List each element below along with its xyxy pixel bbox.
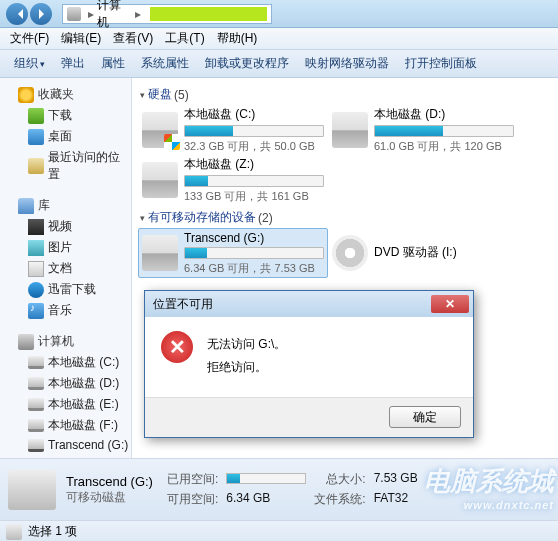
drive-icon xyxy=(142,162,178,198)
drive-z[interactable]: 本地磁盘 (Z:) 133 GB 可用，共 161 GB xyxy=(138,155,328,205)
menu-tools[interactable]: 工具(T) xyxy=(159,30,210,47)
document-icon xyxy=(28,261,44,277)
sidebar: 收藏夹 下载 桌面 最近访问的位置 库 视频 图片 文档 迅雷下载 音乐 计算机… xyxy=(0,78,132,458)
menu-view[interactable]: 查看(V) xyxy=(107,30,159,47)
titlebar: ▸ 计算机 ▸ xyxy=(0,0,558,28)
drive-g-transcend[interactable]: Transcend (G:) 6.34 GB 可用，共 7.53 GB xyxy=(138,228,328,278)
sidebar-item-pictures[interactable]: 图片 xyxy=(0,237,131,258)
breadcrumb-sep: ▸ xyxy=(88,7,94,21)
progress-bar xyxy=(184,175,324,187)
dialog-message-2: 拒绝访问。 xyxy=(207,356,457,379)
status-bar: 选择 1 项 xyxy=(0,520,558,541)
sidebar-item-disk-c[interactable]: 本地磁盘 (C:) xyxy=(0,352,131,373)
breadcrumb-location[interactable]: 计算机 xyxy=(97,0,132,31)
collapse-icon[interactable]: ▾ xyxy=(140,213,145,223)
category-hdd[interactable]: ▾ 硬盘 (5) xyxy=(138,82,558,105)
sidebar-favorites[interactable]: 收藏夹 xyxy=(0,82,131,105)
sidebar-item-desktop[interactable]: 桌面 xyxy=(0,126,131,147)
address-highlight xyxy=(150,7,267,21)
star-icon xyxy=(18,87,34,103)
drive-icon xyxy=(28,377,44,390)
details-pane: Transcend (G:) 可移动磁盘 已用空间: 总大小: 7.53 GB … xyxy=(0,458,558,520)
progress-bar xyxy=(184,125,324,137)
desktop-icon xyxy=(28,129,44,145)
menu-edit[interactable]: 编辑(E) xyxy=(55,30,107,47)
fs-label: 文件系统: xyxy=(314,491,365,508)
toolbar: 组织 弹出 属性 系统属性 卸载或更改程序 映射网络驱动器 打开控制面板 xyxy=(0,50,558,78)
eject-button[interactable]: 弹出 xyxy=(53,55,93,72)
sidebar-item-disk-e[interactable]: 本地磁盘 (E:) xyxy=(0,394,131,415)
progress-bar xyxy=(184,247,324,259)
dialog-titlebar[interactable]: 位置不可用 ✕ xyxy=(145,291,473,317)
uninstall-button[interactable]: 卸载或更改程序 xyxy=(197,55,297,72)
map-drive-button[interactable]: 映射网络驱动器 xyxy=(297,55,397,72)
menubar: 文件(F) 编辑(E) 查看(V) 工具(T) 帮助(H) xyxy=(0,28,558,50)
error-dialog: 位置不可用 ✕ ✕ 无法访问 G:\。 拒绝访问。 确定 xyxy=(144,290,474,438)
category-removable[interactable]: ▾ 有可移动存储的设备 (2) xyxy=(138,205,558,228)
music-icon xyxy=(28,303,44,319)
dialog-title: 位置不可用 xyxy=(153,296,431,313)
recent-icon xyxy=(28,158,44,174)
nav-back-button[interactable] xyxy=(6,3,28,25)
sidebar-item-recent[interactable]: 最近访问的位置 xyxy=(0,147,131,185)
drive-icon xyxy=(6,524,22,540)
drive-icon xyxy=(142,235,178,271)
error-icon: ✕ xyxy=(161,331,193,363)
xunlei-icon xyxy=(28,282,44,298)
computer-icon xyxy=(18,334,34,350)
used-value xyxy=(226,471,306,488)
used-label: 已用空间: xyxy=(167,471,218,488)
dialog-message-1: 无法访问 G:\。 xyxy=(207,333,457,356)
drive-c[interactable]: 本地磁盘 (C:) 32.3 GB 可用，共 50.0 GB xyxy=(138,105,328,155)
sidebar-item-xunlei[interactable]: 迅雷下载 xyxy=(0,279,131,300)
sidebar-computer[interactable]: 计算机 xyxy=(0,329,131,352)
sidebar-libraries[interactable]: 库 xyxy=(0,193,131,216)
sidebar-item-disk-f[interactable]: 本地磁盘 (F:) xyxy=(0,415,131,436)
status-text: 选择 1 项 xyxy=(28,523,77,540)
drive-icon xyxy=(28,439,44,452)
collapse-icon[interactable]: ▾ xyxy=(140,90,145,100)
sidebar-item-music[interactable]: 音乐 xyxy=(0,300,131,321)
menu-file[interactable]: 文件(F) xyxy=(4,30,55,47)
computer-icon xyxy=(67,7,81,21)
video-icon xyxy=(28,219,44,235)
free-value: 6.34 GB xyxy=(226,491,306,508)
total-label: 总大小: xyxy=(314,471,365,488)
properties-button[interactable]: 属性 xyxy=(93,55,133,72)
picture-icon xyxy=(28,240,44,256)
free-label: 可用空间: xyxy=(167,491,218,508)
dvd-icon xyxy=(332,235,368,271)
sidebar-item-documents[interactable]: 文档 xyxy=(0,258,131,279)
drive-icon xyxy=(8,470,56,510)
drive-icon xyxy=(28,398,44,411)
drive-icon xyxy=(28,419,44,432)
control-panel-button[interactable]: 打开控制面板 xyxy=(397,55,485,72)
details-type: 可移动磁盘 xyxy=(66,489,153,506)
sidebar-item-transcend[interactable]: Transcend (G:) xyxy=(0,436,131,454)
total-value: 7.53 GB xyxy=(374,471,418,488)
library-icon xyxy=(18,198,34,214)
fs-value: FAT32 xyxy=(374,491,418,508)
breadcrumb-sep: ▸ xyxy=(135,7,141,21)
ok-button[interactable]: 确定 xyxy=(389,406,461,428)
drive-dvd[interactable]: DVD 驱动器 (I:) xyxy=(328,228,518,278)
close-button[interactable]: ✕ xyxy=(431,295,469,313)
progress-bar xyxy=(374,125,514,137)
nav-forward-button[interactable] xyxy=(30,3,52,25)
drive-icon xyxy=(28,356,44,369)
system-properties-button[interactable]: 系统属性 xyxy=(133,55,197,72)
details-name: Transcend (G:) xyxy=(66,474,153,489)
menu-help[interactable]: 帮助(H) xyxy=(211,30,264,47)
drive-icon xyxy=(332,112,368,148)
organize-button[interactable]: 组织 xyxy=(6,55,53,72)
drive-icon xyxy=(142,112,178,148)
drive-d[interactable]: 本地磁盘 (D:) 61.0 GB 可用，共 120 GB xyxy=(328,105,518,155)
download-icon xyxy=(28,108,44,124)
sidebar-item-disk-d[interactable]: 本地磁盘 (D:) xyxy=(0,373,131,394)
address-bar[interactable]: ▸ 计算机 ▸ xyxy=(62,4,272,24)
sidebar-item-downloads[interactable]: 下载 xyxy=(0,105,131,126)
sidebar-item-videos[interactable]: 视频 xyxy=(0,216,131,237)
